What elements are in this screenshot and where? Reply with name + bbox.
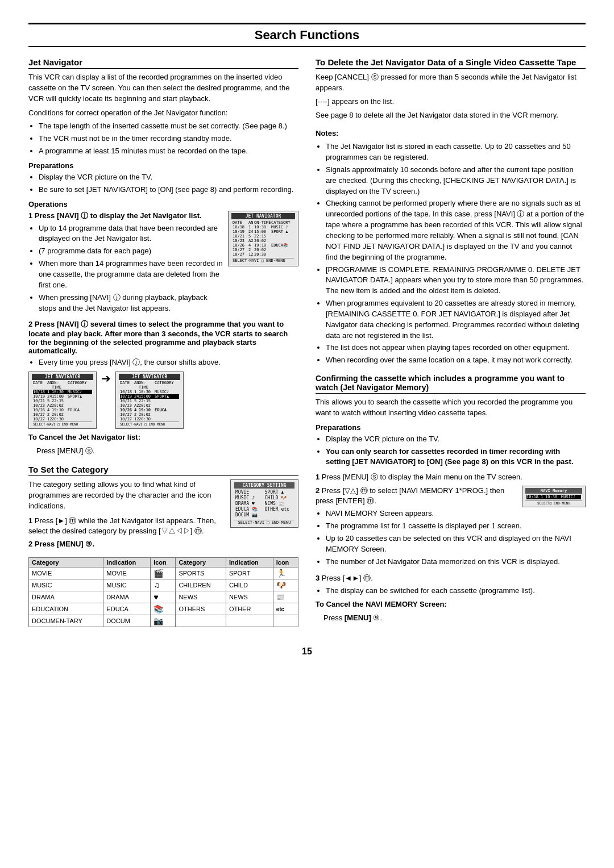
list-item: Display the VCR picture on the TV. — [326, 434, 586, 445]
operations-heading: Operations — [28, 200, 298, 208]
table-cell: DRAMA — [29, 591, 103, 603]
step-1-bullets: Up to 14 programme data that have been r… — [39, 223, 223, 314]
list-item: The list does not appear when playing ta… — [326, 343, 586, 353]
list-item: The programme list for 1 cassette is dis… — [326, 521, 586, 532]
arrow-icon: ➔ — [99, 372, 113, 385]
confirming-heading: Confirming the cassette which includes a… — [316, 374, 586, 394]
list-item: Signals approximately 10 seconds before … — [326, 165, 586, 197]
col-header: Indication — [226, 558, 273, 567]
col-header: Icon — [151, 558, 176, 567]
page-title: Search Functions — [28, 23, 586, 47]
confirming-intro: This allows you to search the cassette w… — [316, 397, 586, 419]
table-cell: ♥ — [151, 591, 176, 603]
navi-screen-step1: JET NAVIGATOR DATEANON-TIMECATEGORY 10/1… — [228, 211, 298, 266]
step-2: 2 Press [NAVI] ⓙ several times to select… — [28, 319, 298, 429]
table-row: MUSIC MUSIC ♫ CHILDREN CHILD 🐶 — [29, 579, 298, 591]
jet-navigator-heading: Jet Navigator — [28, 57, 298, 69]
list-item: Every time you press [NAVI] ⓙ, the curso… — [39, 357, 298, 368]
list-item: When more than 14 programmes have been r… — [39, 258, 223, 291]
jet-navigator-section: Jet Navigator This VCR can display a lis… — [28, 57, 298, 457]
list-item: [PROGRAMME IS COMPLETE. REMAINING PROGRA… — [326, 265, 586, 297]
table-cell: 🎬 — [151, 567, 176, 579]
table-cell — [176, 615, 226, 627]
delete-section: To Delete the Jet Navigator Data of a Si… — [316, 57, 586, 120]
delete-heading: To Delete the Jet Navigator Data of a Si… — [316, 57, 586, 69]
preparations-heading: Preparations — [28, 161, 298, 170]
table-cell: ♫ — [151, 579, 176, 591]
cancel-navi-heading: To Cancel the NAVI MEMORY Screen: — [316, 599, 586, 610]
delete-text1: Keep [CANCEL] ⓢ pressed for more than 5 … — [316, 72, 586, 94]
col-header: Icon — [273, 558, 298, 567]
col-header: Indication — [103, 558, 151, 567]
list-item: Up to 14 programme data that have been r… — [39, 223, 223, 245]
list-item: Up to 20 cassettes can be selected on th… — [326, 533, 586, 555]
table-cell: 🐶 — [273, 579, 298, 591]
screen-after: JET NAVIGATOR DATEANON-TIMECATEGORY 10/1… — [115, 372, 184, 429]
screen-before: JET NAVIGATOR DATEANON-TIMECATEGORY 10/1… — [28, 372, 97, 429]
conf-prep-list: Display the VCR picture on the TV. You c… — [326, 434, 586, 468]
table-cell — [273, 615, 298, 627]
set-category-content: CATEGORY SETTING MOVIESPORT ♟ MUSIC ♪CHI… — [28, 479, 298, 552]
step-2-screens: JET NAVIGATOR DATEANON-TIMECATEGORY 10/1… — [28, 372, 298, 429]
table-cell: MUSIC — [103, 579, 151, 591]
jet-navigator-intro: This VCR can display a list of the recor… — [28, 72, 298, 105]
table-cell: CHILD — [226, 579, 273, 591]
notes-list: The Jet Navigator list is stored in each… — [326, 141, 586, 366]
list-item: A programme at least 15 minutes must be … — [39, 146, 298, 157]
table-cell: MUSIC — [29, 579, 103, 591]
conf-step2-bullets: NAVI MEMORY Screen appears. The programm… — [326, 508, 586, 567]
list-item: NAVI MEMORY Screen appears. — [326, 508, 586, 519]
table-cell: MOVIE — [103, 567, 151, 579]
page-number: 15 — [28, 646, 586, 657]
table-cell: SPORTS — [176, 567, 226, 579]
list-item: The tape length of the inserted cassette… — [39, 121, 298, 132]
set-category-heading: To Set the Category — [28, 465, 298, 476]
table-cell — [226, 615, 273, 627]
table-cell: OTHER — [226, 603, 273, 615]
right-column: To Delete the Jet Navigator Data of a Si… — [316, 57, 586, 635]
left-column: Jet Navigator This VCR can display a lis… — [28, 57, 298, 635]
cancel-navi-text: Press [MENU] ⑨. — [323, 613, 586, 624]
category-table: Category Indication Icon Category Indica… — [28, 557, 298, 627]
set-cat-step2: 2 Press [MENU] ⑨. — [28, 540, 298, 548]
step-2-text: Press [NAVI] ⓙ several times to select t… — [28, 320, 288, 355]
table-cell: 📰 — [273, 591, 298, 603]
notes-section: Notes: The Jet Navigator list is stored … — [316, 128, 586, 366]
table-cell: NEWS — [226, 591, 273, 603]
table-cell: OTHERS — [176, 603, 226, 615]
conf-step3: 3 Press [◄►] ⓜ. The display can be switc… — [316, 573, 586, 596]
table-cell: NEWS — [176, 591, 226, 603]
step-1: 1 Press [NAVI] ⓙ to display the Jet Navi… — [28, 211, 298, 316]
table-cell: 📷 — [151, 615, 176, 627]
conf-step2: NAVI Memory 10/18110:30MUSIC♪ SELECT□ EN… — [316, 486, 586, 569]
table-cell: EDUCATION — [29, 603, 103, 615]
step-1-number: 1 — [28, 211, 35, 220]
preparations-list: Display the VCR picture on the TV. Be su… — [39, 172, 298, 195]
set-category-section: To Set the Category CATEGORY SETTING MOV… — [28, 465, 298, 628]
cancel-heading: To Cancel the Jet Navigator list: — [28, 432, 298, 443]
table-row: EDUCATION EDUCA 📚 OTHERS OTHER etc — [29, 603, 298, 615]
notes-title: Notes: — [316, 128, 586, 139]
table-cell: DRAMA — [103, 591, 151, 603]
list-item: The Jet Navigator list is stored in each… — [326, 141, 586, 163]
table-cell: 📚 — [151, 603, 176, 615]
list-item: The number of Jet Navigator Data memoriz… — [326, 557, 586, 567]
table-row: DRAMA DRAMA ♥ NEWS NEWS 📰 — [29, 591, 298, 603]
table-cell: EDUCA — [103, 603, 151, 615]
step-1-text: Press [NAVI] ⓙ to display the Jet Naviga… — [35, 211, 202, 220]
table-cell: MOVIE — [29, 567, 103, 579]
conf-step3-bullets: The display can be switched for each cas… — [326, 586, 586, 596]
list-item: When programmes equivalent to 20 cassett… — [326, 298, 586, 341]
category-setting-screen: CATEGORY SETTING MOVIESPORT ♟ MUSIC ♪CHI… — [230, 479, 298, 528]
conditions-list: The tape length of the inserted cassette… — [39, 121, 298, 157]
list-item: You can only search for cassettes record… — [326, 446, 586, 468]
table-cell: DOCUM — [103, 615, 151, 627]
col-header: Category — [29, 558, 103, 567]
table-row: DOCUMEN-TARY DOCUM 📷 — [29, 615, 298, 627]
table-cell: SPORT — [226, 567, 273, 579]
table-cell: etc — [273, 603, 298, 615]
table-row: MOVIE MOVIE 🎬 SPORTS SPORT 🏃 — [29, 567, 298, 579]
table-cell: CHILDREN — [176, 579, 226, 591]
conf-prep-heading: Preparations — [316, 423, 586, 432]
cancel-text: Press [MENU] ⓢ. — [36, 446, 298, 457]
